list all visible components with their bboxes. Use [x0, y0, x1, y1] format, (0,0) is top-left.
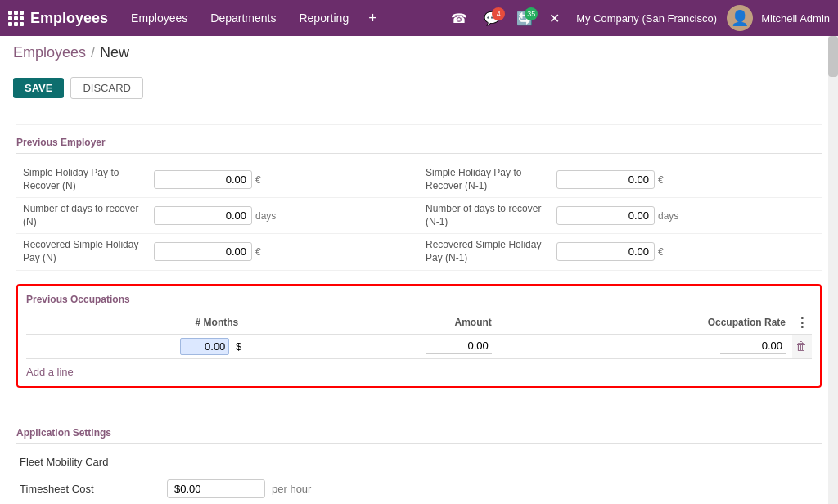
field-label-simple-holiday-n1: Simple Holiday Pay to Recover (N-1): [426, 167, 556, 192]
field-value: days: [154, 206, 412, 225]
field-row: Simple Holiday Pay to Recover (N) €: [16, 162, 419, 198]
timesheet-cost-label: Timesheet Cost: [20, 483, 167, 495]
fleet-mobility-input[interactable]: [167, 454, 331, 470]
occupation-rate-input[interactable]: [720, 338, 786, 354]
timesheet-cost-row: Timesheet Cost per hour: [16, 475, 822, 502]
field-label-recovered-n: Recovered Simple Holiday Pay (N): [23, 239, 154, 264]
previous-employer-section: Previous Employer Simple Holiday Pay to …: [16, 127, 822, 271]
euro-unit-2: €: [658, 174, 664, 186]
avatar[interactable]: 👤: [727, 5, 753, 31]
main-content: Previous Employer Simple Holiday Pay to …: [0, 106, 838, 504]
field-grid: Simple Holiday Pay to Recover (N) € Simp…: [16, 162, 822, 271]
table-row: $ 🗑: [26, 334, 812, 358]
simple-holiday-n1-input[interactable]: [556, 170, 655, 189]
previous-employer-title: Previous Employer: [16, 127, 822, 154]
scrollbar[interactable]: [828, 36, 838, 504]
app-name: Employees: [30, 10, 108, 27]
field-value: €: [556, 170, 815, 189]
phone-icon[interactable]: ☎: [444, 6, 474, 31]
simple-holiday-n-input[interactable]: [154, 170, 252, 189]
chat-icon[interactable]: 💬 4: [477, 6, 507, 31]
field-row: Recovered Simple Holiday Pay (N) €: [16, 234, 419, 270]
field-label-recovered-n1: Recovered Simple Holiday Pay (N-1): [426, 239, 556, 264]
euro-unit-1: €: [255, 174, 261, 186]
grid-icon: [8, 11, 24, 26]
col-actions: ⋮: [792, 312, 812, 335]
add-line-row: Add a line: [26, 366, 812, 378]
days-unit-1: days: [255, 210, 276, 222]
top-navigation: Employees Employees Departments Reportin…: [0, 0, 838, 36]
save-button[interactable]: SAVE: [13, 78, 64, 98]
col-occupation-rate: Occupation Rate: [498, 312, 792, 335]
recovered-n-input[interactable]: [154, 242, 252, 261]
breadcrumb-separator: /: [91, 44, 95, 61]
field-row: Simple Holiday Pay to Recover (N-1) €: [419, 162, 822, 198]
days-n1-input[interactable]: [556, 206, 655, 225]
breadcrumb-current: New: [100, 44, 129, 61]
add-button[interactable]: +: [362, 5, 384, 32]
field-value: €: [556, 242, 815, 261]
application-settings-title: Application Settings: [16, 421, 822, 444]
amount-input[interactable]: [426, 338, 492, 354]
field-label-days-n1: Number of days to recover (N-1): [426, 203, 556, 228]
timesheet-cost-input[interactable]: [167, 479, 265, 498]
breadcrumb: Employees / New: [0, 36, 838, 70]
fleet-mobility-label: Fleet Mobility Card: [20, 456, 167, 468]
field-value: €: [154, 170, 412, 189]
discard-button[interactable]: DISCARD: [70, 77, 143, 99]
field-row: Recovered Simple Holiday Pay (N-1) €: [419, 234, 822, 270]
clipped-content: [16, 106, 822, 125]
delete-cell: 🗑: [792, 334, 812, 358]
nav-reporting[interactable]: Reporting: [289, 7, 358, 29]
field-label-simple-holiday-n: Simple Holiday Pay to Recover (N): [23, 167, 154, 192]
months-input[interactable]: [180, 338, 229, 355]
scrollbar-thumb[interactable]: [828, 36, 838, 77]
field-row: Number of days to recover (N-1) days: [419, 198, 822, 234]
occupation-rate-cell: [498, 334, 792, 358]
nav-employees[interactable]: Employees: [121, 7, 197, 29]
days-unit-2: days: [658, 210, 678, 222]
field-value: days: [556, 206, 815, 225]
action-bar: SAVE DISCARD: [0, 70, 838, 106]
per-hour-label: per hour: [272, 483, 311, 495]
previous-occupations-section: Previous Occupations # Months Amount Occ…: [16, 284, 822, 388]
delete-icon[interactable]: 🗑: [795, 340, 807, 353]
field-row: Number of days to recover (N) days: [16, 198, 419, 234]
refresh-icon[interactable]: 🔄 35: [510, 6, 539, 31]
fleet-mobility-row: Fleet Mobility Card: [16, 449, 822, 475]
app-logo[interactable]: Employees: [8, 10, 108, 27]
chat-badge: 4: [492, 7, 505, 20]
refresh-badge: 35: [525, 7, 538, 20]
breadcrumb-parent[interactable]: Employees: [13, 44, 86, 61]
months-cell: $: [26, 334, 245, 358]
days-n-input[interactable]: [154, 206, 252, 225]
occupations-table: # Months Amount Occupation Rate ⋮ $: [26, 312, 812, 359]
euro-unit-4: €: [658, 246, 664, 258]
add-line-link[interactable]: Add a line: [26, 366, 74, 378]
field-label-days-n: Number of days to recover (N): [23, 203, 154, 228]
euro-unit-3: €: [255, 246, 261, 258]
application-settings-section: Application Settings Fleet Mobility Card…: [16, 421, 822, 502]
field-value: €: [154, 242, 412, 261]
amount-cell: [245, 334, 498, 358]
tools-icon[interactable]: ✕: [543, 6, 566, 31]
company-name: My Company (San Francisco): [576, 12, 717, 25]
nav-departments[interactable]: Departments: [200, 7, 286, 29]
username: Mitchell Admin: [761, 12, 830, 25]
col-amount: Amount: [245, 312, 498, 335]
recovered-n1-input[interactable]: [556, 242, 655, 261]
previous-occupations-title: Previous Occupations: [26, 294, 812, 305]
three-dots-icon[interactable]: ⋮: [795, 316, 809, 330]
col-months: # Months: [26, 312, 245, 335]
months-unit: $: [236, 340, 241, 353]
